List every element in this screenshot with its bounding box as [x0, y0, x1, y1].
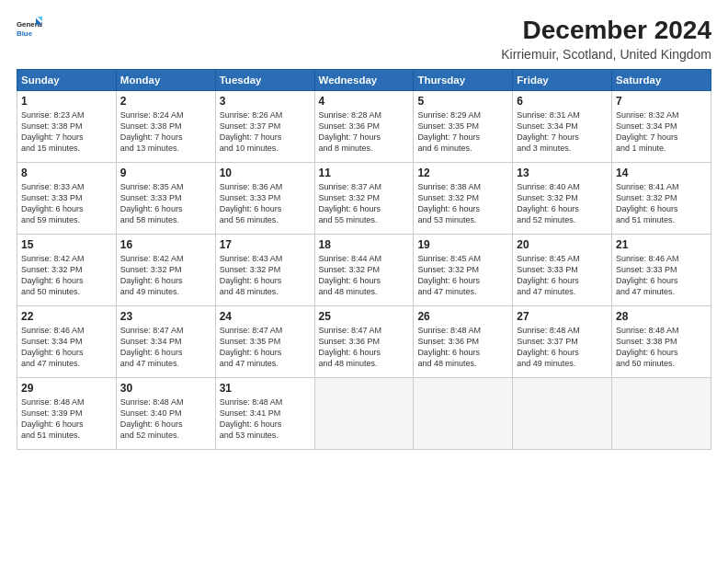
- day-number: 11: [319, 167, 410, 179]
- calendar-header-row: Sunday Monday Tuesday Wednesday Thursday…: [17, 69, 711, 90]
- cell-content: Sunrise: 8:44 AMSunset: 3:32 PMDaylight:…: [319, 253, 410, 298]
- calendar-week-0: 1Sunrise: 8:23 AMSunset: 3:38 PMDaylight…: [17, 90, 711, 162]
- day-number: 7: [616, 95, 707, 108]
- cell-content: Sunrise: 8:26 AMSunset: 3:37 PMDaylight:…: [220, 109, 311, 155]
- day-number: 25: [319, 310, 410, 323]
- col-thursday: Thursday: [414, 69, 513, 90]
- cell-content: Sunrise: 8:41 AMSunset: 3:32 PMDaylight:…: [616, 181, 707, 226]
- table-row: 11Sunrise: 8:37 AMSunset: 3:32 PMDayligh…: [314, 162, 414, 234]
- cell-content: Sunrise: 8:42 AMSunset: 3:32 PMDaylight:…: [120, 253, 211, 298]
- col-friday: Friday: [513, 69, 612, 90]
- cell-content: Sunrise: 8:48 AMSunset: 3:37 PMDaylight:…: [517, 325, 608, 370]
- day-number: 13: [517, 167, 608, 179]
- table-row: 8Sunrise: 8:33 AMSunset: 3:33 PMDaylight…: [17, 162, 117, 234]
- day-number: 18: [319, 238, 410, 251]
- table-row: 3Sunrise: 8:26 AMSunset: 3:37 PMDaylight…: [215, 90, 314, 162]
- col-wednesday: Wednesday: [314, 69, 414, 90]
- cell-content: Sunrise: 8:24 AMSunset: 3:38 PMDaylight:…: [120, 109, 211, 155]
- day-number: 2: [120, 95, 211, 108]
- table-row: 12Sunrise: 8:38 AMSunset: 3:32 PMDayligh…: [414, 162, 513, 234]
- cell-content: Sunrise: 8:47 AMSunset: 3:34 PMDaylight:…: [120, 325, 211, 370]
- cell-content: Sunrise: 8:47 AMSunset: 3:36 PMDaylight:…: [319, 325, 410, 370]
- cell-content: Sunrise: 8:48 AMSunset: 3:40 PMDaylight:…: [120, 396, 211, 442]
- cell-content: Sunrise: 8:46 AMSunset: 3:34 PMDaylight:…: [21, 325, 112, 370]
- cell-content: Sunrise: 8:45 AMSunset: 3:32 PMDaylight:…: [417, 253, 508, 298]
- table-row: 15Sunrise: 8:42 AMSunset: 3:32 PMDayligh…: [17, 234, 117, 305]
- table-row: [414, 377, 513, 449]
- day-number: 9: [120, 167, 211, 179]
- day-number: 3: [220, 95, 311, 108]
- cell-content: Sunrise: 8:37 AMSunset: 3:32 PMDaylight:…: [319, 181, 410, 226]
- table-row: 26Sunrise: 8:48 AMSunset: 3:36 PMDayligh…: [414, 305, 513, 377]
- cell-content: Sunrise: 8:29 AMSunset: 3:35 PMDaylight:…: [417, 109, 508, 155]
- table-row: 5Sunrise: 8:29 AMSunset: 3:35 PMDaylight…: [414, 90, 513, 162]
- title-block: December 2024 Kirriemuir, Scotland, Unit…: [501, 17, 711, 62]
- day-number: 26: [417, 310, 508, 323]
- day-number: 22: [21, 310, 112, 323]
- calendar-week-3: 22Sunrise: 8:46 AMSunset: 3:34 PMDayligh…: [17, 305, 711, 377]
- day-number: 30: [120, 382, 211, 395]
- cell-content: Sunrise: 8:45 AMSunset: 3:33 PMDaylight:…: [517, 253, 608, 298]
- cell-content: Sunrise: 8:43 AMSunset: 3:32 PMDaylight:…: [220, 253, 311, 298]
- day-number: 1: [21, 95, 112, 108]
- table-row: 1Sunrise: 8:23 AMSunset: 3:38 PMDaylight…: [17, 90, 117, 162]
- day-number: 6: [517, 95, 608, 108]
- cell-content: Sunrise: 8:48 AMSunset: 3:36 PMDaylight:…: [417, 325, 508, 370]
- col-monday: Monday: [116, 69, 215, 90]
- calendar-week-2: 15Sunrise: 8:42 AMSunset: 3:32 PMDayligh…: [17, 234, 711, 305]
- table-row: 6Sunrise: 8:31 AMSunset: 3:34 PMDaylight…: [513, 90, 612, 162]
- table-row: 9Sunrise: 8:35 AMSunset: 3:33 PMDaylight…: [116, 162, 215, 234]
- day-number: 27: [517, 310, 608, 323]
- table-row: 27Sunrise: 8:48 AMSunset: 3:37 PMDayligh…: [513, 305, 612, 377]
- table-row: 2Sunrise: 8:24 AMSunset: 3:38 PMDaylight…: [116, 90, 215, 162]
- day-number: 21: [616, 238, 707, 251]
- day-number: 17: [220, 238, 311, 251]
- cell-content: Sunrise: 8:36 AMSunset: 3:33 PMDaylight:…: [220, 181, 311, 226]
- table-row: 21Sunrise: 8:46 AMSunset: 3:33 PMDayligh…: [612, 234, 711, 305]
- cell-content: Sunrise: 8:40 AMSunset: 3:32 PMDaylight:…: [517, 181, 608, 226]
- col-saturday: Saturday: [612, 69, 711, 90]
- table-row: 31Sunrise: 8:48 AMSunset: 3:41 PMDayligh…: [215, 377, 314, 449]
- table-row: 7Sunrise: 8:32 AMSunset: 3:34 PMDaylight…: [612, 90, 711, 162]
- table-row: 20Sunrise: 8:45 AMSunset: 3:33 PMDayligh…: [513, 234, 612, 305]
- svg-text:Blue: Blue: [17, 29, 33, 38]
- col-sunday: Sunday: [17, 69, 117, 90]
- day-number: 4: [319, 95, 410, 108]
- cell-content: Sunrise: 8:46 AMSunset: 3:33 PMDaylight:…: [616, 253, 707, 298]
- cell-content: Sunrise: 8:31 AMSunset: 3:34 PMDaylight:…: [517, 109, 608, 155]
- table-row: 19Sunrise: 8:45 AMSunset: 3:32 PMDayligh…: [414, 234, 513, 305]
- calendar-table: Sunday Monday Tuesday Wednesday Thursday…: [17, 69, 711, 450]
- table-row: 28Sunrise: 8:48 AMSunset: 3:38 PMDayligh…: [612, 305, 711, 377]
- table-row: [612, 377, 711, 449]
- cell-content: Sunrise: 8:28 AMSunset: 3:36 PMDaylight:…: [319, 109, 410, 155]
- table-row: [513, 377, 612, 449]
- day-number: 29: [21, 382, 112, 395]
- day-number: 14: [616, 167, 707, 179]
- table-row: 13Sunrise: 8:40 AMSunset: 3:32 PMDayligh…: [513, 162, 612, 234]
- calendar-week-1: 8Sunrise: 8:33 AMSunset: 3:33 PMDaylight…: [17, 162, 711, 234]
- table-row: 25Sunrise: 8:47 AMSunset: 3:36 PMDayligh…: [314, 305, 414, 377]
- cell-content: Sunrise: 8:48 AMSunset: 3:38 PMDaylight:…: [616, 325, 707, 370]
- table-row: [314, 377, 414, 449]
- table-row: 4Sunrise: 8:28 AMSunset: 3:36 PMDaylight…: [314, 90, 414, 162]
- day-number: 31: [220, 382, 311, 395]
- cell-content: Sunrise: 8:23 AMSunset: 3:38 PMDaylight:…: [21, 109, 112, 155]
- table-row: 23Sunrise: 8:47 AMSunset: 3:34 PMDayligh…: [116, 305, 215, 377]
- cell-content: Sunrise: 8:42 AMSunset: 3:32 PMDaylight:…: [21, 253, 112, 298]
- calendar-body: 1Sunrise: 8:23 AMSunset: 3:38 PMDaylight…: [17, 90, 711, 449]
- day-number: 10: [220, 167, 311, 179]
- table-row: 29Sunrise: 8:48 AMSunset: 3:39 PMDayligh…: [17, 377, 117, 449]
- calendar-week-4: 29Sunrise: 8:48 AMSunset: 3:39 PMDayligh…: [17, 377, 711, 449]
- cell-content: Sunrise: 8:47 AMSunset: 3:35 PMDaylight:…: [220, 325, 311, 370]
- day-number: 23: [120, 310, 211, 323]
- day-number: 16: [120, 238, 211, 251]
- table-row: 17Sunrise: 8:43 AMSunset: 3:32 PMDayligh…: [215, 234, 314, 305]
- cell-content: Sunrise: 8:48 AMSunset: 3:39 PMDaylight:…: [21, 396, 112, 442]
- cell-content: Sunrise: 8:48 AMSunset: 3:41 PMDaylight:…: [220, 396, 311, 442]
- cell-content: Sunrise: 8:32 AMSunset: 3:34 PMDaylight:…: [616, 109, 707, 155]
- table-row: 24Sunrise: 8:47 AMSunset: 3:35 PMDayligh…: [215, 305, 314, 377]
- logo: GeneralBlue: [17, 17, 42, 42]
- logo-icon: GeneralBlue: [17, 17, 42, 42]
- day-number: 5: [417, 95, 508, 108]
- table-row: 16Sunrise: 8:42 AMSunset: 3:32 PMDayligh…: [116, 234, 215, 305]
